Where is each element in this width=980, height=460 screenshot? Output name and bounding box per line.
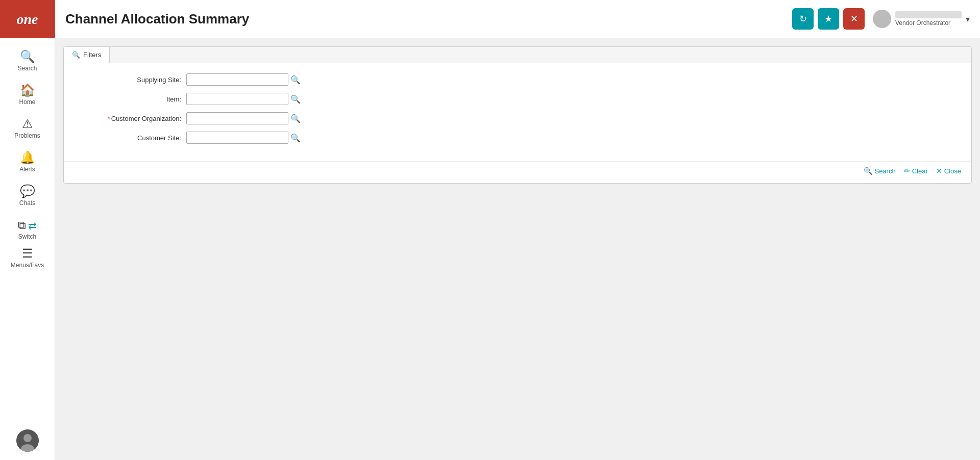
sidebar-item-problems[interactable]: ⚠ Problems xyxy=(0,111,55,144)
home-icon: 🏠 xyxy=(20,84,35,96)
sidebar-item-label: Search xyxy=(17,65,37,72)
sidebar-item-alerts[interactable]: 🔔 Alerts xyxy=(0,144,55,178)
sidebar-item-home[interactable]: 🏠 Home xyxy=(0,77,55,111)
tab-search-icon: 🔍 xyxy=(72,51,80,59)
main: Channel Allocation Summary ↻ ★ ✕ Vendor … xyxy=(55,0,980,460)
supplying-site-label: Supplying Site: xyxy=(74,76,186,84)
close-link-label: Close xyxy=(944,167,961,175)
favorite-button[interactable]: ★ xyxy=(818,8,839,30)
page-header: Channel Allocation Summary ↻ ★ ✕ Vendor … xyxy=(55,0,980,38)
item-zoom-icon[interactable]: 🔍 xyxy=(290,94,301,104)
customer-org-zoom-icon[interactable]: 🔍 xyxy=(290,114,301,123)
filters-tab-label: Filters xyxy=(83,51,101,59)
user-info: Vendor Orchestrator ▾ xyxy=(873,10,970,28)
filter-tabs: 🔍 Filters xyxy=(64,47,971,63)
sidebar: one 🔍 Search 🏠 Home ⚠ Problems 🔔 Alerts … xyxy=(0,0,55,460)
sidebar-item-search[interactable]: 🔍 Search xyxy=(0,43,55,77)
menu-icon: ☰ xyxy=(22,247,33,260)
sidebar-item-label: Problems xyxy=(14,132,40,139)
page-title: Channel Allocation Summary xyxy=(65,11,792,27)
sidebar-item-label: Home xyxy=(19,98,35,106)
sidebar-item-chats[interactable]: 💬 Chats xyxy=(0,178,55,212)
customer-org-input[interactable] xyxy=(186,112,288,124)
logo-text: one xyxy=(17,11,38,28)
sidebar-nav: 🔍 Search 🏠 Home ⚠ Problems 🔔 Alerts 💬 Ch… xyxy=(0,38,55,274)
switch-label: Switch xyxy=(18,233,36,240)
sidebar-item-label: Chats xyxy=(19,199,35,207)
user-details: Vendor Orchestrator xyxy=(895,11,962,27)
close-link[interactable]: ✕ Close xyxy=(936,167,961,175)
user-name xyxy=(895,11,962,18)
svg-point-1 xyxy=(23,434,32,442)
app-logo[interactable]: one xyxy=(0,0,55,38)
filter-row-item: Item: 🔍 xyxy=(74,93,961,105)
switch-pages-icon: ⧉ xyxy=(18,219,26,232)
customer-org-label: *Customer Organization: xyxy=(74,115,186,122)
clear-link[interactable]: ✏ Clear xyxy=(904,167,928,175)
item-input[interactable] xyxy=(186,93,288,105)
switch-icon: ⇄ xyxy=(28,219,37,232)
supplying-site-zoom-icon[interactable]: 🔍 xyxy=(290,75,301,85)
clear-link-label: Clear xyxy=(912,167,928,175)
sidebar-item-label: Menus/Favs xyxy=(11,262,44,269)
sidebar-item-menus-favs[interactable]: ☰ Menus/Favs xyxy=(0,240,55,274)
search-link[interactable]: 🔍 Search xyxy=(864,167,895,175)
filter-row-customer-org: *Customer Organization: 🔍 xyxy=(74,112,961,124)
filters-tab[interactable]: 🔍 Filters xyxy=(64,47,110,63)
filter-row-customer-site: Customer Site: 🔍 xyxy=(74,132,961,144)
search-link-label: Search xyxy=(874,167,895,175)
search-icon: 🔍 xyxy=(20,50,35,63)
filter-panel: 🔍 Filters Supplying Site: 🔍 xyxy=(63,46,972,184)
close-button[interactable]: ✕ xyxy=(843,8,865,30)
filter-actions: 🔍 Search ✏ Clear ✕ Close xyxy=(64,161,971,183)
customer-org-input-wrap: 🔍 xyxy=(186,112,301,124)
item-label: Item: xyxy=(74,95,186,103)
search-action-icon: 🔍 xyxy=(864,167,872,175)
filter-row-supplying-site: Supplying Site: 🔍 xyxy=(74,73,961,86)
filter-body: Supplying Site: 🔍 Item: 🔍 xyxy=(64,63,971,161)
sidebar-item-label: Alerts xyxy=(19,166,35,173)
supplying-site-input[interactable] xyxy=(186,73,288,86)
header-actions: ↻ ★ ✕ Vendor Orchestrator ▾ xyxy=(792,8,970,30)
customer-site-zoom-icon[interactable]: 🔍 xyxy=(290,133,301,143)
chevron-down-icon[interactable]: ▾ xyxy=(966,14,970,24)
clear-action-icon: ✏ xyxy=(904,167,910,175)
bell-icon: 🔔 xyxy=(20,151,35,164)
chat-icon: 💬 xyxy=(20,185,35,197)
page-content: 🔍 Filters Supplying Site: 🔍 xyxy=(55,38,980,460)
refresh-button[interactable]: ↻ xyxy=(792,8,814,30)
customer-site-input[interactable] xyxy=(186,132,288,144)
warning-icon: ⚠ xyxy=(22,118,33,130)
close-action-icon: ✕ xyxy=(936,167,942,175)
user-role: Vendor Orchestrator xyxy=(895,19,950,27)
user-avatar-header xyxy=(873,10,891,28)
customer-site-label: Customer Site: xyxy=(74,134,186,142)
item-input-wrap: 🔍 xyxy=(186,93,301,105)
supplying-site-input-wrap: 🔍 xyxy=(186,73,301,86)
user-avatar-sidebar[interactable] xyxy=(16,429,39,452)
customer-site-input-wrap: 🔍 xyxy=(186,132,301,144)
